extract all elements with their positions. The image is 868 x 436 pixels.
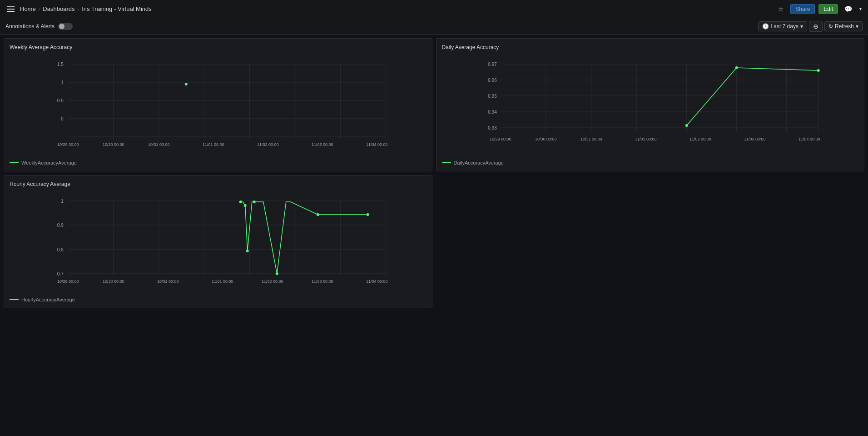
daily-panel-title: Daily Average Accuracy — [442, 44, 859, 50]
weekly-chart-svg: 1.5 1 0.5 0 10/29 00:00 10/30 00:00 10/3… — [10, 55, 427, 155]
weekly-panel-title: Weekly Average Accuracy — [10, 44, 427, 50]
svg-text:0.97: 0.97 — [488, 62, 497, 67]
refresh-button[interactable]: ↻ Refresh ▾ — [824, 21, 863, 31]
breadcrumb-dashboards[interactable]: Dashboards — [43, 5, 74, 12]
svg-text:10/29 00:00: 10/29 00:00 — [57, 279, 79, 284]
svg-text:11/03 00:00: 11/03 00:00 — [312, 142, 333, 147]
svg-text:11/03 00:00: 11/03 00:00 — [744, 137, 765, 141]
svg-point-16 — [185, 83, 188, 85]
svg-text:10/30 00:00: 10/30 00:00 — [535, 137, 556, 141]
svg-point-72 — [367, 213, 369, 216]
time-range-label: Last 7 days — [771, 23, 799, 30]
svg-point-43 — [817, 69, 819, 72]
svg-text:11/02 00:00: 11/02 00:00 — [262, 279, 283, 284]
zoom-out-button[interactable]: ⊖ — [809, 21, 823, 32]
hourly-legend: HourlyAccuracyAverage — [10, 297, 427, 302]
dashboard: Weekly Average Accuracy 1.5 1 — [0, 35, 868, 312]
svg-text:0: 0 — [61, 116, 64, 121]
svg-text:10/31 00:00: 10/31 00:00 — [148, 142, 170, 147]
svg-text:11/04 00:00: 11/04 00:00 — [366, 279, 388, 284]
daily-legend: DailyAccuracyAverage — [442, 160, 859, 165]
svg-text:10/31 00:00: 10/31 00:00 — [580, 137, 602, 141]
svg-text:0.96: 0.96 — [488, 78, 497, 83]
star-button[interactable]: ☆ — [775, 4, 787, 15]
hamburger-menu[interactable] — [5, 5, 16, 14]
top-bar-left: Home › Dashboards › Iris Training - Virt… — [5, 5, 152, 14]
time-chevron-icon: ▾ — [800, 23, 803, 30]
svg-text:11/01 00:00: 11/01 00:00 — [635, 137, 656, 141]
svg-text:1: 1 — [61, 80, 64, 85]
svg-text:11/03 00:00: 11/03 00:00 — [312, 279, 333, 284]
weekly-legend-label: WeeklyAccuracyAverage — [21, 160, 77, 165]
svg-point-67 — [244, 204, 247, 207]
svg-text:1: 1 — [61, 199, 64, 204]
svg-point-68 — [246, 250, 249, 252]
hourly-legend-label: HourlyAccuracyAverage — [21, 297, 75, 302]
svg-text:10/29 00:00: 10/29 00:00 — [57, 142, 79, 147]
svg-text:0.93: 0.93 — [488, 125, 497, 130]
top-bar-right: ☆ Share Edit 💬 ▾ — [775, 4, 863, 15]
svg-text:1.5: 1.5 — [57, 62, 64, 67]
breadcrumb-sep2: › — [77, 6, 79, 12]
svg-point-66 — [239, 200, 242, 203]
svg-point-41 — [685, 124, 688, 127]
daily-chart-svg: 0.97 0.96 0.95 0.94 0.93 10/29 00:00 10/… — [442, 55, 859, 155]
time-range-picker[interactable]: 🕐 Last 7 days ▾ — [758, 21, 807, 31]
clock-icon: 🕐 — [762, 23, 769, 30]
svg-text:11/01 00:00: 11/01 00:00 — [212, 279, 233, 284]
svg-text:10/30 00:00: 10/30 00:00 — [103, 142, 124, 147]
toolbar-left: Annotations & Alerts — [5, 23, 73, 30]
hourly-chart-container: 1 0.9 0.8 0.7 10/29 00:00 10/30 00:00 10… — [10, 192, 427, 293]
svg-text:0.95: 0.95 — [488, 94, 497, 99]
hourly-chart-svg: 1 0.9 0.8 0.7 10/29 00:00 10/30 00:00 10… — [10, 192, 427, 292]
svg-point-69 — [253, 200, 256, 203]
svg-text:10/31 00:00: 10/31 00:00 — [157, 279, 179, 284]
refresh-chevron-icon: ▾ — [856, 23, 858, 30]
annotations-label: Annotations & Alerts — [5, 23, 55, 30]
hourly-legend-line — [10, 299, 19, 300]
daily-chart-container: 0.97 0.96 0.95 0.94 0.93 10/29 00:00 10/… — [442, 55, 859, 156]
breadcrumb-current: Iris Training - Virtual Minds — [82, 5, 152, 12]
toolbar: Annotations & Alerts 🕐 Last 7 days ▾ ⊖ ↻… — [0, 18, 868, 35]
svg-text:11/04 00:00: 11/04 00:00 — [366, 142, 388, 147]
weekly-accuracy-panel: Weekly Average Accuracy 1.5 1 — [4, 38, 432, 171]
daily-legend-label: DailyAccuracyAverage — [454, 160, 504, 165]
hourly-accuracy-panel: Hourly Accuracy Average 1 0.9 — [4, 175, 432, 308]
svg-point-70 — [276, 272, 278, 275]
weekly-chart-container: 1.5 1 0.5 0 10/29 00:00 10/30 00:00 10/3… — [10, 55, 427, 156]
svg-point-42 — [735, 66, 738, 69]
svg-text:0.5: 0.5 — [57, 98, 64, 103]
daily-accuracy-panel: Daily Average Accuracy 0.97 — [436, 38, 865, 171]
svg-text:0.9: 0.9 — [57, 223, 64, 228]
svg-text:10/30 00:00: 10/30 00:00 — [103, 279, 124, 284]
svg-text:0.94: 0.94 — [488, 110, 497, 115]
svg-text:11/04 00:00: 11/04 00:00 — [798, 137, 820, 141]
edit-button[interactable]: Edit — [818, 4, 838, 14]
weekly-legend: WeeklyAccuracyAverage — [10, 160, 427, 165]
svg-text:10/29 00:00: 10/29 00:00 — [489, 137, 511, 141]
svg-text:0.7: 0.7 — [57, 271, 64, 276]
share-button[interactable]: Share — [790, 4, 815, 14]
svg-text:11/01 00:00: 11/01 00:00 — [203, 142, 224, 147]
settings-chevron[interactable]: ▾ — [858, 5, 863, 13]
weekly-legend-line — [10, 162, 19, 163]
breadcrumb: Home › Dashboards › Iris Training - Virt… — [20, 5, 152, 12]
top-bar: Home › Dashboards › Iris Training - Virt… — [0, 0, 868, 18]
refresh-icon: ↻ — [828, 23, 833, 30]
breadcrumb-home[interactable]: Home — [20, 5, 36, 12]
comment-button[interactable]: 💬 — [842, 4, 855, 15]
svg-text:11/02 00:00: 11/02 00:00 — [689, 137, 711, 141]
breadcrumb-sep1: › — [39, 6, 40, 12]
svg-text:0.8: 0.8 — [57, 247, 64, 252]
toolbar-right: 🕐 Last 7 days ▾ ⊖ ↻ Refresh ▾ — [758, 21, 863, 32]
annotations-toggle[interactable] — [58, 23, 73, 30]
svg-text:11/02 00:00: 11/02 00:00 — [257, 142, 279, 147]
svg-point-71 — [317, 213, 319, 216]
daily-legend-line — [442, 162, 451, 163]
refresh-label: Refresh — [835, 23, 854, 30]
hourly-panel-title: Hourly Accuracy Average — [10, 181, 427, 187]
